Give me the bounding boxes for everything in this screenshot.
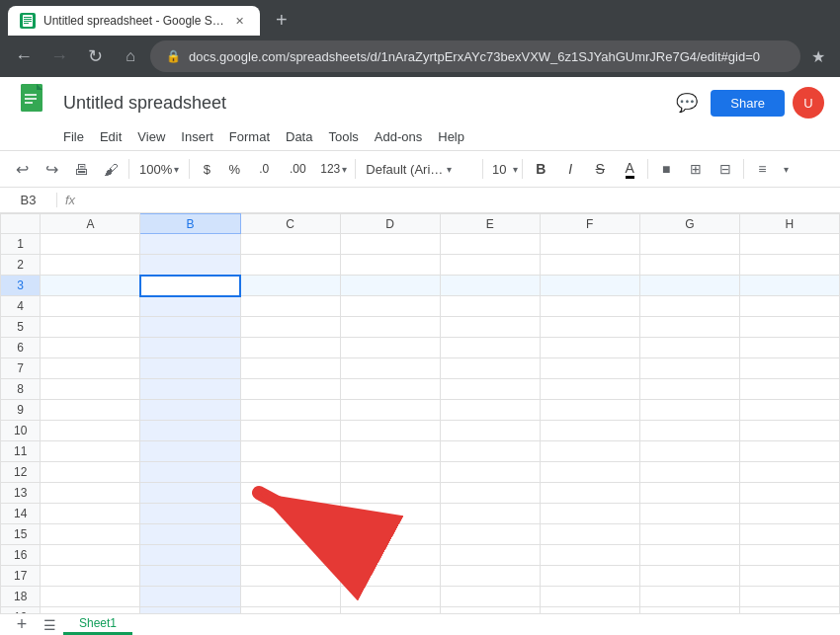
cell-H10[interactable] [739, 421, 839, 441]
cell-E3[interactable] [440, 276, 540, 296]
cell-H5[interactable] [739, 317, 839, 338]
cell-F17[interactable] [540, 566, 639, 587]
cell-G13[interactable] [639, 483, 739, 504]
tab[interactable]: Untitled spreadsheet - Google S… ✕ [8, 6, 260, 36]
cell-B18[interactable] [140, 587, 240, 607]
cell-B9[interactable] [140, 400, 240, 421]
cell-H18[interactable] [739, 587, 839, 607]
fill-color-button[interactable]: ■ [652, 155, 680, 183]
cell-E12[interactable] [440, 462, 540, 483]
cell-D7[interactable] [340, 358, 440, 379]
col-header-c[interactable]: C [240, 214, 340, 234]
cell-H7[interactable] [739, 358, 839, 379]
cell-G18[interactable] [639, 587, 739, 607]
cell-A8[interactable] [41, 379, 140, 400]
cell-A7[interactable] [41, 358, 140, 379]
cell-F12[interactable] [540, 462, 639, 483]
cell-D6[interactable] [340, 338, 440, 358]
cell-C9[interactable] [240, 400, 340, 421]
cell-F11[interactable] [540, 441, 639, 462]
cell-G15[interactable] [639, 524, 739, 545]
cell-A17[interactable] [41, 566, 140, 587]
cell-F15[interactable] [540, 524, 639, 545]
row-header-10[interactable]: 10 [1, 421, 41, 441]
cell-A4[interactable] [41, 296, 140, 317]
cell-B7[interactable] [140, 358, 240, 379]
cell-G4[interactable] [639, 296, 739, 317]
cell-H4[interactable] [739, 296, 839, 317]
cell-B17[interactable] [140, 566, 240, 587]
menu-item-file[interactable]: File [55, 126, 92, 147]
cell-A12[interactable] [41, 462, 140, 483]
cell-D18[interactable] [340, 587, 440, 607]
zoom-dropdown[interactable]: 100% ▾ [133, 156, 185, 182]
menu-item-view[interactable]: View [129, 126, 173, 147]
cell-E14[interactable] [440, 504, 540, 524]
cell-C12[interactable] [240, 462, 340, 483]
cell-C10[interactable] [240, 421, 340, 441]
cell-B1[interactable] [140, 234, 240, 255]
col-header-g[interactable]: G [639, 214, 739, 234]
cell-D16[interactable] [340, 545, 440, 566]
cell-A16[interactable] [41, 545, 140, 566]
menu-item-format[interactable]: Format [221, 126, 278, 147]
cell-E4[interactable] [440, 296, 540, 317]
cell-E8[interactable] [440, 379, 540, 400]
share-button[interactable]: Share [711, 90, 785, 117]
cell-C18[interactable] [240, 587, 340, 607]
cell-G3[interactable] [639, 276, 739, 296]
cell-D5[interactable] [340, 317, 440, 338]
cell-C7[interactable] [240, 358, 340, 379]
row-header-13[interactable]: 13 [1, 483, 41, 504]
row-header-17[interactable]: 17 [1, 566, 41, 587]
font-family-dropdown[interactable]: Default (Ari… ▾ [360, 156, 478, 182]
cell-B6[interactable] [140, 338, 240, 358]
cell-D15[interactable] [340, 524, 440, 545]
row-header-3[interactable]: 3 [1, 276, 41, 296]
cell-G17[interactable] [639, 566, 739, 587]
cell-C8[interactable] [240, 379, 340, 400]
borders-button[interactable]: ⊞ [682, 155, 710, 183]
bold-button[interactable]: B [527, 155, 554, 183]
cell-C1[interactable] [240, 234, 340, 255]
cell-B8[interactable] [140, 379, 240, 400]
sheet-options-button[interactable]: ☰ [36, 614, 63, 636]
col-header-e[interactable]: E [440, 214, 540, 234]
cell-A11[interactable] [41, 441, 140, 462]
cell-D17[interactable] [340, 566, 440, 587]
cell-A1[interactable] [41, 234, 140, 255]
more-formats-button[interactable]: 123 ▾ [316, 156, 351, 182]
cell-B15[interactable] [140, 524, 240, 545]
cell-H8[interactable] [739, 379, 839, 400]
cell-G12[interactable] [639, 462, 739, 483]
cell-G9[interactable] [639, 400, 739, 421]
cell-H16[interactable] [739, 545, 839, 566]
cell-F14[interactable] [540, 504, 639, 524]
url-bar-container[interactable]: 🔒 docs.google.com/spreadsheets/d/1nAraZy… [150, 40, 800, 72]
cell-G16[interactable] [639, 545, 739, 566]
menu-item-tools[interactable]: Tools [320, 126, 366, 147]
menu-item-insert[interactable]: Insert [173, 126, 221, 147]
strikethrough-button[interactable]: S [586, 155, 614, 183]
cell-G8[interactable] [639, 379, 739, 400]
cell-C15[interactable] [240, 524, 340, 545]
cell-D9[interactable] [340, 400, 440, 421]
col-header-b[interactable]: B [140, 214, 240, 234]
undo-button[interactable]: ↩ [8, 155, 36, 183]
cell-B4[interactable] [140, 296, 240, 317]
cell-D1[interactable] [340, 234, 440, 255]
cell-F16[interactable] [540, 545, 639, 566]
cell-G6[interactable] [639, 338, 739, 358]
bookmark-icon[interactable]: ★ [804, 42, 832, 70]
paint-format-button[interactable]: 🖌 [97, 155, 125, 183]
cell-F18[interactable] [540, 587, 639, 607]
cell-E11[interactable] [440, 441, 540, 462]
cell-H15[interactable] [739, 524, 839, 545]
cell-C16[interactable] [240, 545, 340, 566]
cell-C3[interactable] [240, 276, 340, 296]
row-header-15[interactable]: 15 [1, 524, 41, 545]
align-arrow-icon[interactable]: ▾ [778, 155, 794, 183]
menu-item-help[interactable]: Help [430, 126, 472, 147]
cell-H9[interactable] [739, 400, 839, 421]
percent-button[interactable]: % [221, 156, 247, 182]
